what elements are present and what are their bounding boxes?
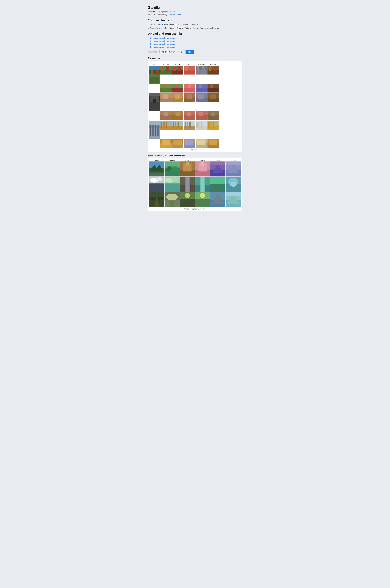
styled-svg-3a-kpsd: [196, 121, 207, 130]
svg-point-185: [185, 193, 190, 198]
svg-rect-97: [189, 122, 191, 128]
original-repo-link[interactable]: Ganilla: [170, 11, 176, 13]
svg-rect-12: [173, 66, 176, 71]
radio-label-kevin[interactable]: Kevin Henkes: [175, 24, 188, 26]
radio-david[interactable]: [162, 24, 163, 25]
svg-rect-148: [226, 161, 241, 165]
radio-stephen[interactable]: [175, 27, 177, 29]
miya-svg-3-input3: [210, 192, 225, 207]
styled-1b-khsc: [184, 84, 195, 92]
radio-label-miyazaki[interactable]: Miyazaki Hayao: [205, 27, 219, 29]
radio-label-stephen[interactable]: Stephen Cartwright: [175, 27, 192, 29]
miyazaki-label: Style transfer using Miyazaki's anime im…: [147, 154, 243, 157]
styled-svg-1a-dmrc: [172, 66, 183, 75]
svg-point-189: [200, 193, 205, 198]
download-link-2[interactable]: >> Download sample2 input image: [147, 39, 243, 42]
miya-svg-3-input1: [149, 192, 164, 207]
radio-label-patricia[interactable]: Patricia Polacco: [147, 27, 162, 29]
ainize-repo-line: Ainize Git Hub repository：Ganilla(Ainize…: [147, 13, 243, 16]
miya-1-output3: [226, 161, 241, 176]
svg-rect-13: [178, 66, 181, 71]
styled-2a-khsc: [184, 93, 195, 102]
radio-label-rosa[interactable]: Rosa Curto: [163, 27, 174, 29]
radio-tony[interactable]: [193, 27, 195, 29]
radio-patricia[interactable]: [147, 27, 149, 29]
radio-label-korky[interactable]: Korky Paul: [189, 24, 199, 26]
example-row-1a: [149, 66, 241, 83]
miyazaki-box: Input Output Input Output Input Output: [147, 157, 243, 211]
styled-3b-dmrc: [172, 139, 183, 148]
styled-3a-kpsd: [196, 121, 207, 130]
radio-label-axel[interactable]: Axel Scheffler: [147, 24, 160, 26]
svg-rect-132: [164, 161, 180, 166]
svg-point-181: [166, 194, 178, 200]
radio-miyazaki[interactable]: [205, 27, 206, 29]
svg-rect-127: [149, 173, 164, 176]
radio-kevin[interactable]: [175, 24, 177, 25]
miya-3-output1: [164, 192, 180, 207]
svg-rect-71: [196, 115, 207, 120]
radio-label-david[interactable]: David McKee: [162, 24, 174, 26]
download-link-1[interactable]: >> Download sample1 input image: [147, 37, 243, 39]
svg-rect-144: [210, 161, 225, 165]
miya-2-input2: [180, 177, 195, 192]
styled-svg-2a-aspp: [160, 93, 172, 102]
svg-rect-92: [178, 122, 179, 128]
svg-rect-166: [201, 177, 204, 192]
svg-rect-122: [209, 140, 217, 145]
col-header-input: Input: [149, 63, 160, 65]
svg-rect-4: [149, 66, 160, 70]
svg-rect-37: [199, 84, 202, 88]
styled-1a-mbtr: [207, 66, 219, 75]
miya-col-4: Output: [195, 159, 210, 161]
radio-korky[interactable]: [189, 24, 191, 25]
styled-svg-2a-mbtr: [207, 93, 219, 102]
svg-rect-40: [210, 84, 213, 88]
styled-3a-aspp: [160, 121, 172, 130]
example-row-2b: [149, 111, 241, 120]
svg-point-173: [230, 182, 237, 187]
input-svg-2: [149, 93, 160, 111]
radio-label-tony[interactable]: Tony Ross: [193, 27, 204, 29]
input-svg-1: [149, 66, 160, 83]
ainize-repo-link[interactable]: Ganilla(Ainized): [169, 14, 181, 16]
col-header-dmrc: DM / RC: [172, 63, 184, 65]
svg-rect-162: [186, 177, 189, 192]
svg-rect-28: [163, 84, 165, 88]
file-choose-button[interactable]: 파일 선택: [159, 50, 169, 53]
svg-rect-9: [166, 66, 169, 71]
styled-1b-kpsd: [196, 84, 207, 92]
svg-rect-44: [153, 99, 156, 103]
miya-svg-1-output2: [195, 161, 210, 176]
styled-2b-dmrc: [172, 111, 183, 120]
download-link-4[interactable]: >> Download sample4 input image: [147, 45, 243, 48]
svg-rect-150: [149, 184, 164, 192]
miya-1-input1: [149, 161, 164, 176]
example-grid-header: Input AS / PP DM / RC KH / SC KP / SD MB…: [149, 63, 241, 65]
miya-3-input3: [210, 192, 225, 207]
svg-rect-31: [176, 84, 177, 88]
styled-2a-aspp: [160, 93, 172, 102]
svg-rect-113: [173, 140, 182, 145]
styled-1a-aspp: [160, 66, 172, 75]
radio-axel[interactable]: [147, 24, 149, 25]
svg-rect-155: [164, 184, 180, 192]
svg-rect-36: [196, 88, 207, 92]
styled-svg-2a-khsc: [184, 93, 195, 102]
miyazaki-row-1: [149, 161, 241, 176]
miya-1-input3: [210, 161, 225, 176]
download-link-3[interactable]: >> Download sample3 input image: [147, 42, 243, 45]
svg-rect-79: [152, 125, 154, 136]
svg-point-158: [171, 177, 178, 181]
miya-svg-2-input3: [210, 177, 225, 192]
miya-3-input1: [149, 192, 164, 207]
svg-rect-101: [198, 122, 200, 128]
styled-svg-2a-kpsd: [196, 93, 207, 102]
svg-rect-169: [210, 177, 225, 184]
example-row-3a: [149, 121, 241, 139]
submit-button[interactable]: 제출: [186, 50, 194, 54]
styled-2b-kpsd: [196, 111, 207, 120]
radio-rosa[interactable]: [163, 27, 165, 29]
styled-svg-3a-aspp: [160, 121, 172, 130]
miya-2-output3: [226, 177, 241, 192]
